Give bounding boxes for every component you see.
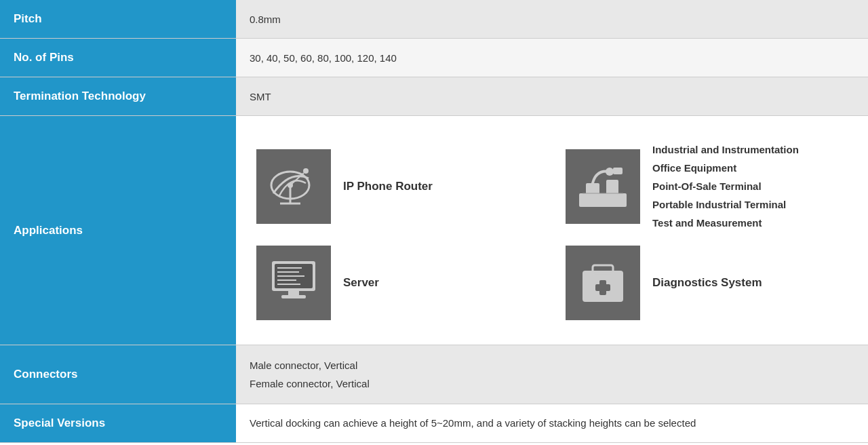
diagnostics-icon: [566, 246, 640, 320]
pitch-row: Pitch 0.8mm: [0, 0, 868, 39]
server-label: Server: [343, 275, 379, 291]
svg-point-9: [606, 168, 614, 176]
app-item-server: Server: [256, 246, 538, 320]
svg-rect-10: [613, 168, 623, 174]
special-text: Vertical docking can achieve a height of…: [250, 416, 833, 431]
connectors-text: Male connector, VerticalFemale connector…: [250, 356, 854, 393]
pins-label: No. of Pins: [0, 39, 236, 77]
app-item-industrial: Industrial and InstrumentationOffice Equ…: [566, 140, 848, 232]
pitch-value: 0.8mm: [236, 0, 868, 39]
svg-rect-24: [595, 284, 610, 291]
termination-value: SMT: [236, 77, 868, 116]
svg-rect-20: [281, 295, 306, 298]
termination-label: Termination Technology: [0, 77, 236, 116]
special-versions-label: Special Versions: [0, 404, 236, 443]
pins-row: No. of Pins 30, 40, 50, 60, 80, 100, 120…: [0, 39, 868, 77]
applications-label: Applications: [0, 116, 236, 345]
svg-rect-8: [606, 180, 618, 195]
termination-row: Termination Technology SMT: [0, 77, 868, 116]
industrial-icon: [566, 149, 640, 224]
svg-line-4: [290, 173, 304, 185]
connectors-row: Connectors Male connector, VerticalFemal…: [0, 345, 868, 404]
pitch-label: Pitch: [0, 0, 236, 39]
pins-value: 30, 40, 50, 60, 80, 100, 120, 140: [236, 39, 868, 77]
svg-point-5: [303, 168, 309, 174]
svg-rect-6: [579, 193, 627, 207]
applications-grid: IP Phone Router: [250, 127, 854, 334]
special-versions-row: Special Versions Vertical docking can ac…: [0, 404, 868, 443]
app-item-phone: IP Phone Router: [256, 140, 538, 232]
connectors-label: Connectors: [0, 345, 236, 404]
satellite-icon: [256, 149, 331, 224]
app-item-diagnostics: Diagnostics System: [566, 246, 848, 320]
applications-row: Applications: [0, 116, 868, 345]
diagnostics-label: Diagnostics System: [652, 275, 762, 291]
phone-router-label: IP Phone Router: [343, 178, 433, 195]
applications-value: IP Phone Router: [236, 116, 868, 345]
special-versions-value: Vertical docking can achieve a height of…: [236, 404, 868, 443]
svg-rect-19: [288, 291, 299, 295]
industrial-label: Industrial and InstrumentationOffice Equ…: [652, 140, 799, 232]
server-icon: [256, 246, 331, 320]
connectors-value: Male connector, VerticalFemale connector…: [236, 345, 868, 404]
